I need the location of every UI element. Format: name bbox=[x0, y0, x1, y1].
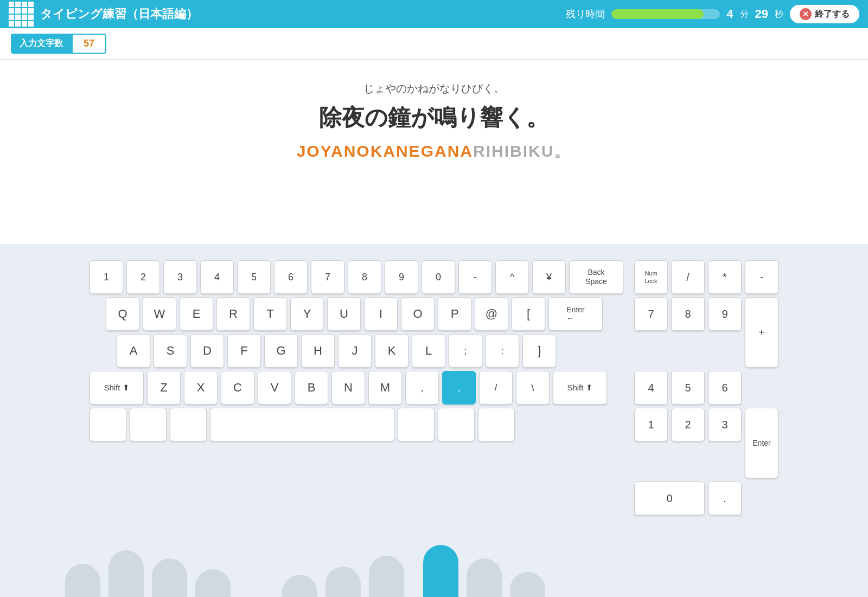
key-l[interactable]: L bbox=[412, 334, 445, 368]
key-j[interactable]: J bbox=[338, 334, 372, 368]
kanji-text: 除夜の鐘が鳴り響く。 bbox=[11, 102, 857, 133]
key-slash[interactable]: / bbox=[479, 371, 513, 405]
key-3[interactable]: 3 bbox=[163, 260, 197, 294]
key-row-asdf: A S D F G H J K L ; : ] bbox=[90, 334, 623, 368]
nkey-3[interactable]: 3 bbox=[708, 408, 742, 441]
key-u[interactable]: U bbox=[327, 297, 361, 331]
key-period[interactable]: . bbox=[442, 371, 476, 405]
numpad-row-3: 4 5 6 bbox=[634, 371, 778, 405]
timer-minutes: 4 bbox=[726, 7, 733, 21]
key-6[interactable]: 6 bbox=[274, 260, 308, 294]
main-keyboard: 1 2 3 4 5 6 7 8 9 0 - ^ ¥ BackSpace Q W … bbox=[90, 260, 623, 441]
nkey-div[interactable]: / bbox=[671, 260, 705, 294]
nkey-6[interactable]: 6 bbox=[708, 371, 742, 405]
key-9[interactable]: 9 bbox=[385, 260, 418, 294]
nkey-mul[interactable]: * bbox=[708, 260, 742, 294]
nkey-8[interactable]: 8 bbox=[671, 297, 705, 331]
key-w[interactable]: W bbox=[143, 297, 176, 331]
romaji-period: 。 bbox=[554, 142, 571, 160]
nkey-4[interactable]: 4 bbox=[634, 371, 668, 405]
nkey-add[interactable]: + bbox=[745, 297, 778, 368]
key-8[interactable]: 8 bbox=[348, 260, 381, 294]
nkey-sub[interactable]: - bbox=[745, 260, 778, 294]
key-colon[interactable]: : bbox=[486, 334, 519, 368]
key-b[interactable]: B bbox=[295, 371, 328, 405]
key-fn1[interactable] bbox=[90, 408, 126, 441]
key-f[interactable]: F bbox=[227, 334, 261, 368]
key-fn3[interactable] bbox=[170, 408, 207, 441]
key-7[interactable]: 7 bbox=[311, 260, 344, 294]
key-5[interactable]: 5 bbox=[237, 260, 271, 294]
key-fn5[interactable] bbox=[438, 408, 475, 441]
nkey-1[interactable]: 1 bbox=[634, 408, 668, 441]
keyboard-container: 1 2 3 4 5 6 7 8 9 0 - ^ ¥ BackSpace Q W … bbox=[22, 260, 846, 515]
key-2[interactable]: 2 bbox=[126, 260, 160, 294]
key-1[interactable]: 1 bbox=[90, 260, 123, 294]
numpad-row-1: NumLock / * - bbox=[634, 260, 778, 294]
end-button[interactable]: ✕ 終了する bbox=[790, 5, 859, 23]
timer-sec-unit: 秒 bbox=[775, 9, 783, 20]
key-backslash[interactable]: \ bbox=[516, 371, 550, 405]
nkey-9[interactable]: 9 bbox=[708, 297, 742, 331]
key-v[interactable]: V bbox=[258, 371, 291, 405]
key-row-qwerty: Q W E R T Y U I O P @ [ Enter← bbox=[90, 297, 623, 331]
char-count-label: 入力文字数 bbox=[11, 34, 72, 54]
key-o[interactable]: O bbox=[401, 297, 435, 331]
key-n[interactable]: N bbox=[331, 371, 365, 405]
nkey-5[interactable]: 5 bbox=[671, 371, 705, 405]
key-caret[interactable]: ^ bbox=[495, 260, 529, 294]
key-d[interactable]: D bbox=[190, 334, 224, 368]
finger-3 bbox=[152, 559, 187, 597]
key-i[interactable]: I bbox=[364, 297, 398, 331]
key-t[interactable]: T bbox=[253, 297, 287, 331]
key-at[interactable]: @ bbox=[475, 297, 508, 331]
key-r[interactable]: R bbox=[216, 297, 250, 331]
key-fn6[interactable] bbox=[478, 408, 515, 441]
keyboard-wrapper: 1 2 3 4 5 6 7 8 9 0 - ^ ¥ BackSpace Q W … bbox=[0, 244, 868, 526]
nkey-2[interactable]: 2 bbox=[671, 408, 705, 441]
key-minus[interactable]: - bbox=[458, 260, 492, 294]
key-e[interactable]: E bbox=[180, 297, 213, 331]
nkey-numlock[interactable]: NumLock bbox=[634, 260, 668, 294]
key-row-numbers: 1 2 3 4 5 6 7 8 9 0 - ^ ¥ BackSpace bbox=[90, 260, 623, 294]
key-enter[interactable]: Enter← bbox=[548, 297, 603, 331]
key-k[interactable]: K bbox=[375, 334, 409, 368]
key-q[interactable]: Q bbox=[106, 297, 139, 331]
key-y[interactable]: Y bbox=[290, 297, 324, 331]
nkey-7[interactable]: 7 bbox=[634, 297, 668, 331]
timer-seconds: 29 bbox=[755, 7, 768, 21]
key-shift-right[interactable]: Shift ⬆ bbox=[553, 371, 607, 405]
key-0[interactable]: 0 bbox=[422, 260, 455, 294]
header: タイピング練習（日本語編） 残り時間 4 分 29 秒 ✕ 終了する bbox=[0, 0, 868, 28]
romaji-remaining: RIHIBIKU bbox=[473, 142, 554, 160]
key-a[interactable]: A bbox=[117, 334, 150, 368]
key-comma[interactable]: , bbox=[405, 371, 439, 405]
key-g[interactable]: G bbox=[264, 334, 298, 368]
key-open-bracket[interactable]: [ bbox=[512, 297, 545, 331]
key-fn2[interactable] bbox=[130, 408, 167, 441]
app-logo-grid bbox=[9, 2, 34, 27]
nkey-enter[interactable]: Enter bbox=[745, 408, 778, 478]
timer-min-unit: 分 bbox=[740, 9, 749, 20]
finger-9 bbox=[467, 559, 502, 597]
nkey-decimal[interactable]: . bbox=[708, 482, 742, 515]
key-yen[interactable]: ¥ bbox=[532, 260, 566, 294]
key-s[interactable]: S bbox=[154, 334, 187, 368]
key-shift-left[interactable]: Shift ⬆ bbox=[90, 371, 144, 405]
finger-2 bbox=[108, 550, 144, 597]
key-z[interactable]: Z bbox=[147, 371, 181, 405]
nkey-0[interactable]: 0 bbox=[634, 482, 705, 515]
key-space[interactable] bbox=[210, 408, 394, 441]
key-semicolon[interactable]: ; bbox=[449, 334, 482, 368]
key-p[interactable]: P bbox=[438, 297, 471, 331]
key-close-bracket[interactable]: ] bbox=[522, 334, 556, 368]
key-backspace[interactable]: BackSpace bbox=[569, 260, 623, 294]
key-x[interactable]: X bbox=[184, 371, 218, 405]
key-c[interactable]: C bbox=[221, 371, 254, 405]
key-4[interactable]: 4 bbox=[200, 260, 234, 294]
key-m[interactable]: M bbox=[368, 371, 402, 405]
key-fn4[interactable] bbox=[398, 408, 435, 441]
numpad-row-4: 1 2 3 Enter bbox=[634, 408, 778, 478]
key-row-space bbox=[90, 408, 623, 441]
key-h[interactable]: H bbox=[301, 334, 335, 368]
